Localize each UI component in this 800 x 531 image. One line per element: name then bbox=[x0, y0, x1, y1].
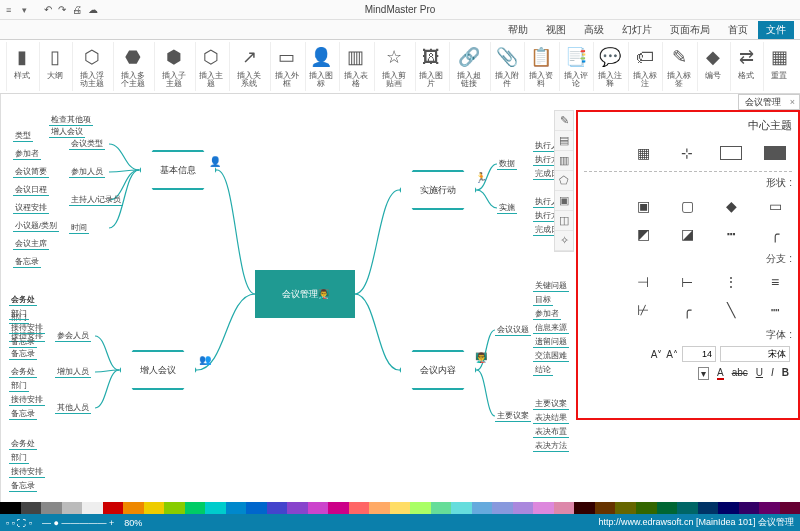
swatch[interactable] bbox=[410, 502, 431, 514]
ribbon-3[interactable]: ✎插入标签 bbox=[662, 42, 695, 91]
leaf-node[interactable]: 主持人/记录员 bbox=[69, 194, 123, 206]
strike-button[interactable]: abc bbox=[732, 367, 748, 380]
swatch[interactable] bbox=[164, 502, 185, 514]
leaf-node[interactable]: 实施 bbox=[497, 202, 517, 214]
swatch[interactable] bbox=[574, 502, 595, 514]
swatch[interactable] bbox=[451, 502, 472, 514]
leaf-node[interactable]: 备忘录 bbox=[9, 348, 37, 360]
shape-curve[interactable]: ╭ bbox=[760, 224, 790, 244]
cloud-icon[interactable]: ☁ bbox=[88, 4, 98, 15]
leaf-node[interactable]: 接待安排 bbox=[9, 322, 45, 334]
leaf-node[interactable]: 目标 bbox=[533, 294, 553, 306]
swatch[interactable] bbox=[41, 502, 62, 514]
tab-slide[interactable]: 幻灯片 bbox=[614, 21, 660, 39]
leaf-node[interactable]: 参加者 bbox=[13, 148, 41, 160]
shape-img[interactable]: ▣ bbox=[628, 196, 658, 216]
leaf-node[interactable]: 接待安排 bbox=[9, 466, 45, 478]
tab-help[interactable]: 帮助 bbox=[500, 21, 536, 39]
leaf-node[interactable]: 会议简要 bbox=[13, 166, 49, 178]
swatch[interactable] bbox=[123, 502, 144, 514]
shape-fill2[interactable]: ◩ bbox=[628, 224, 658, 244]
layout-opt-3[interactable]: ⊹ bbox=[672, 143, 702, 163]
leaf-node[interactable]: 参会人员 bbox=[55, 330, 91, 342]
swatch[interactable] bbox=[205, 502, 226, 514]
swatch[interactable] bbox=[533, 502, 554, 514]
node-content[interactable]: 会议内容 bbox=[399, 350, 477, 390]
leaf-node[interactable]: 结论 bbox=[533, 364, 553, 376]
leaf-node[interactable]: 会议主席 bbox=[13, 238, 49, 250]
ribbon-18[interactable]: ⬣插入多个主题 bbox=[113, 42, 152, 91]
shape-dash[interactable]: ┅ bbox=[716, 224, 746, 244]
leaf-node[interactable]: 增加人员 bbox=[55, 366, 91, 378]
font-size-input[interactable] bbox=[682, 346, 716, 362]
swatch[interactable] bbox=[636, 502, 657, 514]
branch-1[interactable]: ≡ bbox=[760, 272, 790, 292]
layout-opt-2[interactable] bbox=[716, 143, 746, 163]
swatch[interactable] bbox=[82, 502, 103, 514]
leaf-node[interactable]: 小议题/类别 bbox=[13, 220, 59, 232]
font-bigger-icon[interactable]: A˄ bbox=[666, 349, 678, 360]
swatch[interactable] bbox=[780, 502, 800, 514]
swatch[interactable] bbox=[472, 502, 493, 514]
layout-opt-1[interactable] bbox=[760, 143, 790, 163]
tab-home[interactable]: 首页 bbox=[720, 21, 756, 39]
menu-icon[interactable]: ≡ bbox=[6, 5, 16, 15]
swatch[interactable] bbox=[657, 502, 678, 514]
swatch[interactable] bbox=[21, 502, 42, 514]
swatch[interactable] bbox=[431, 502, 452, 514]
tool-layout-icon[interactable]: ▤ bbox=[555, 131, 573, 151]
shape-fill1[interactable]: ◪ bbox=[672, 224, 702, 244]
ribbon-13[interactable]: 👤插入图标 bbox=[305, 42, 338, 91]
swatch[interactable] bbox=[677, 502, 698, 514]
swatch[interactable] bbox=[390, 502, 411, 514]
leaf-node[interactable]: 时间 bbox=[69, 222, 89, 234]
ribbon-9[interactable]: 🔗插入超链接 bbox=[449, 42, 488, 91]
zoom-slider[interactable]: — ● ————— + bbox=[42, 518, 114, 528]
save-icon[interactable]: 🖨 bbox=[72, 4, 82, 15]
swatch[interactable] bbox=[185, 502, 206, 514]
ribbon-17[interactable]: ⬢插入子主题 bbox=[154, 42, 193, 91]
fontcolor-button[interactable]: A bbox=[717, 367, 724, 380]
branch-5[interactable]: ┉ bbox=[760, 300, 790, 320]
branch-3[interactable]: ⊢ bbox=[672, 272, 702, 292]
leaf-node[interactable]: 备忘录 bbox=[9, 480, 37, 492]
leaf-node[interactable]: 接待安排 bbox=[9, 394, 45, 406]
underline-button[interactable]: U bbox=[756, 367, 763, 380]
leaf-node[interactable]: 表决布置 bbox=[533, 426, 569, 438]
view-icons[interactable]: ▫ ▫ ⛶ ▫ bbox=[6, 518, 32, 528]
ribbon-0[interactable]: ▦重置 bbox=[763, 42, 794, 91]
italic-button[interactable]: I bbox=[771, 367, 774, 380]
shape-round[interactable]: ▢ bbox=[672, 196, 702, 216]
swatch[interactable] bbox=[759, 502, 780, 514]
font-smaller-icon[interactable]: A˅ bbox=[651, 349, 663, 360]
down-icon[interactable]: ▾ bbox=[22, 5, 32, 15]
leaf-node[interactable]: 数据 bbox=[497, 158, 517, 170]
leaf-node[interactable]: 信息来源 bbox=[533, 322, 569, 334]
ribbon-1[interactable]: ⇄格式 bbox=[730, 42, 761, 91]
swatch[interactable] bbox=[698, 502, 719, 514]
ribbon-4[interactable]: 🏷插入标注 bbox=[628, 42, 661, 91]
leaf-node[interactable]: 部门 bbox=[9, 308, 29, 320]
node-person[interactable]: 增人会议 bbox=[119, 350, 197, 390]
leaf-node[interactable]: 会议议题 bbox=[495, 324, 531, 336]
tool-shape-icon[interactable]: ⬠ bbox=[555, 171, 573, 191]
swatch[interactable] bbox=[369, 502, 390, 514]
swatch[interactable] bbox=[246, 502, 267, 514]
swatch[interactable] bbox=[595, 502, 616, 514]
swatch[interactable] bbox=[0, 502, 21, 514]
color-bar[interactable] bbox=[0, 502, 800, 514]
font-name-input[interactable] bbox=[720, 346, 790, 362]
highlight-button[interactable]: ▾ bbox=[698, 367, 709, 380]
leaf-node[interactable]: 参加人员 bbox=[69, 166, 105, 178]
center-node[interactable]: 会议管理 👨‍🏫 bbox=[255, 270, 355, 318]
ribbon-20[interactable]: ▯大纲 bbox=[39, 42, 70, 91]
document-tab[interactable]: 会议管理 bbox=[738, 94, 800, 110]
leaf-node[interactable]: 会务处 bbox=[9, 438, 37, 450]
ribbon-2[interactable]: ◆编号 bbox=[697, 42, 728, 91]
leaf-node[interactable]: 主要议案 bbox=[533, 398, 569, 410]
leaf-node[interactable]: 其他人员 bbox=[55, 402, 91, 414]
swatch[interactable] bbox=[513, 502, 534, 514]
ribbon-19[interactable]: ⬡插入浮动主题 bbox=[72, 42, 111, 91]
leaf-node[interactable]: 表决方法 bbox=[533, 440, 569, 452]
tab-advanced[interactable]: 高级 bbox=[576, 21, 612, 39]
